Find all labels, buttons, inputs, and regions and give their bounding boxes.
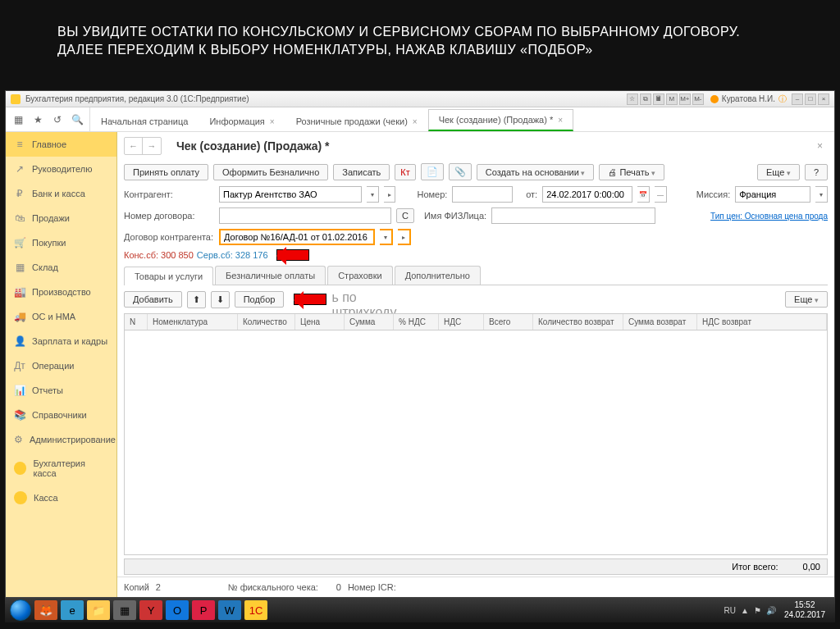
page-close-icon[interactable]: × bbox=[812, 140, 828, 152]
tb-powerpoint-icon[interactable]: P bbox=[192, 600, 215, 620]
open-ref-icon[interactable]: ▸ bbox=[384, 186, 396, 203]
subtab-goods[interactable]: Товары и услуги bbox=[124, 267, 213, 285]
contract-field[interactable]: Договор №16/АД-01 от 01.02.2016 bbox=[219, 229, 375, 245]
fio-field[interactable] bbox=[491, 207, 655, 224]
cart-icon: 🛒 bbox=[14, 237, 25, 248]
dtk-icon-button[interactable]: Кт bbox=[395, 164, 415, 180]
counterparty-field[interactable]: Пактур Агентство ЗАО bbox=[219, 186, 362, 203]
lang-indicator[interactable]: RU bbox=[724, 606, 736, 615]
help-button[interactable]: ? bbox=[805, 164, 828, 180]
more-rows-button[interactable]: Еще bbox=[785, 291, 828, 308]
user-badge[interactable]: Куратова Н.И. ⓘ bbox=[710, 93, 787, 105]
taskbar-clock[interactable]: 15:52 24.02.2017 bbox=[779, 600, 830, 620]
dropdown-icon[interactable]: ▾ bbox=[380, 229, 393, 245]
sidebar-item-production[interactable]: 🏭Производство bbox=[6, 280, 116, 304]
tb-firefox-icon[interactable]: 🦊 bbox=[34, 600, 57, 620]
sidebar-item-admin[interactable]: ⚙Администрирование bbox=[6, 427, 116, 452]
cashless-button[interactable]: Оформить Безналично bbox=[213, 164, 328, 180]
items-table[interactable]: N Номенклатура Количество Цена Сумма % Н… bbox=[124, 313, 828, 555]
price-type-link[interactable]: Тип цен: Основная цена прода bbox=[710, 212, 828, 221]
tab-close-icon[interactable]: × bbox=[413, 117, 418, 126]
sidebar-item-payroll[interactable]: 👤Зарплата и кадры bbox=[6, 329, 116, 353]
open-ref-icon[interactable]: ▸ bbox=[398, 229, 411, 245]
forward-icon[interactable]: → bbox=[143, 138, 161, 154]
tb-app-icon[interactable]: Y bbox=[139, 600, 162, 620]
dash-icon[interactable]: — bbox=[655, 186, 667, 203]
dropdown-icon[interactable]: ▾ bbox=[367, 186, 379, 203]
total-value: 0,00 bbox=[803, 562, 820, 572]
dropdown-icon[interactable]: ▾ bbox=[815, 186, 828, 203]
sidebar-item-assets[interactable]: 🚚ОС и НМА bbox=[6, 304, 116, 329]
history-icon[interactable]: ↺ bbox=[50, 112, 65, 127]
back-icon[interactable]: ← bbox=[125, 138, 143, 154]
bag-icon: 🛍 bbox=[14, 212, 25, 224]
attach-icon-button[interactable]: 📎 bbox=[449, 163, 472, 180]
sidebar-item-sales[interactable]: 🛍Продажи bbox=[6, 206, 116, 230]
col-n: N bbox=[125, 314, 148, 330]
subtab-extra[interactable]: Дополнительно bbox=[395, 266, 481, 285]
doc-icon-button[interactable]: 📄 bbox=[421, 163, 444, 180]
sidebar-item-reports[interactable]: 📊Отчеты bbox=[6, 378, 116, 403]
sidebar-item-purchases[interactable]: 🛒Покупки bbox=[6, 230, 116, 255]
c-button[interactable]: С bbox=[396, 208, 414, 223]
info-icon[interactable]: ⓘ bbox=[778, 93, 787, 105]
date-field[interactable]: 24.02.2017 0:00:00 bbox=[542, 186, 632, 203]
sidebar-item-refs[interactable]: 📚Справочники bbox=[6, 403, 116, 427]
tray-sound-icon[interactable]: 🔊 bbox=[766, 606, 776, 615]
close-icon[interactable]: × bbox=[818, 93, 829, 105]
sidebar-item-main[interactable]: ≡Главное bbox=[6, 132, 116, 157]
add-row-button[interactable]: Добавить bbox=[124, 291, 182, 308]
tb-mini-icon[interactable]: M- bbox=[692, 93, 704, 105]
apps-grid-icon[interactable]: ▦ bbox=[11, 112, 25, 127]
nav-buttons: ← → bbox=[124, 137, 162, 155]
tb-explorer-icon[interactable]: 📁 bbox=[87, 600, 110, 620]
tb-word-icon[interactable]: W bbox=[218, 600, 241, 620]
tab-info[interactable]: Информация× bbox=[199, 111, 285, 131]
copies-field[interactable]: 2 bbox=[156, 582, 221, 592]
maximize-icon[interactable]: □ bbox=[805, 93, 816, 105]
tb-1c-icon[interactable]: 1C bbox=[244, 600, 267, 620]
save-button[interactable]: Записать bbox=[333, 164, 390, 180]
tb-mini-icon[interactable]: ☆ bbox=[627, 93, 638, 105]
tb-mini-icon[interactable]: 🖩 bbox=[653, 93, 664, 105]
tab-close-icon[interactable]: × bbox=[558, 116, 563, 125]
search-icon[interactable]: 🔍 bbox=[70, 112, 84, 127]
minimize-icon[interactable]: – bbox=[792, 93, 803, 105]
subtab-cashless[interactable]: Безналичные оплаты bbox=[215, 266, 326, 285]
system-tray[interactable]: RU ▲ ⚑ 🔊 bbox=[724, 606, 776, 615]
barcode-field[interactable]: ь по штрихкоду bbox=[331, 290, 405, 308]
selection-button[interactable]: Подбор bbox=[235, 291, 285, 308]
tb-mini-icon[interactable]: M+ bbox=[679, 93, 691, 105]
tab-home[interactable]: Начальная страница bbox=[90, 111, 199, 131]
print-button[interactable]: 🖨 Печать bbox=[599, 164, 664, 180]
subtab-insurance[interactable]: Страховки bbox=[327, 266, 393, 285]
more-button[interactable]: Еще bbox=[757, 164, 800, 180]
mission-field[interactable]: Франция bbox=[735, 186, 810, 203]
start-button-icon[interactable] bbox=[10, 599, 31, 621]
sidebar-item-bank[interactable]: ₽Банк и касса bbox=[6, 181, 116, 206]
accept-payment-button[interactable]: Принять оплату bbox=[124, 164, 208, 180]
contract-num-field[interactable] bbox=[219, 207, 391, 224]
sidebar-item-operations[interactable]: ДтОперации bbox=[6, 353, 116, 378]
sidebar-item-warehouse[interactable]: ▦Склад bbox=[6, 255, 116, 280]
star-icon[interactable]: ★ bbox=[30, 112, 45, 127]
move-up-button[interactable]: ⬆ bbox=[187, 291, 206, 308]
sidebar-item-cash[interactable]: Касса bbox=[6, 485, 116, 511]
tray-flag-icon[interactable]: ▲ bbox=[741, 606, 749, 615]
books-icon: 📚 bbox=[14, 409, 25, 421]
tray-net-icon[interactable]: ⚑ bbox=[754, 606, 761, 615]
tb-mini-icon[interactable]: M bbox=[666, 93, 678, 105]
calendar-icon[interactable]: 📅 bbox=[637, 186, 650, 203]
tab-retail[interactable]: Розничные продажи (чеки)× bbox=[285, 111, 428, 131]
number-field[interactable] bbox=[452, 186, 513, 203]
tb-outlook-icon[interactable]: O bbox=[166, 600, 189, 620]
move-down-button[interactable]: ⬇ bbox=[211, 291, 230, 308]
tb-mini-icon[interactable]: ⧉ bbox=[640, 93, 651, 105]
tb-ie-icon[interactable]: e bbox=[61, 600, 84, 620]
tab-check[interactable]: Чек (создание) (Продажа) *× bbox=[428, 109, 573, 131]
tab-close-icon[interactable]: × bbox=[270, 117, 275, 126]
tb-app-icon[interactable]: ▦ bbox=[113, 600, 136, 620]
create-based-button[interactable]: Создать на основании bbox=[477, 164, 595, 180]
sidebar-item-acc-cash[interactable]: Бухгалтерия касса bbox=[6, 452, 116, 485]
sidebar-item-manager[interactable]: ↗Руководителю bbox=[6, 157, 116, 181]
